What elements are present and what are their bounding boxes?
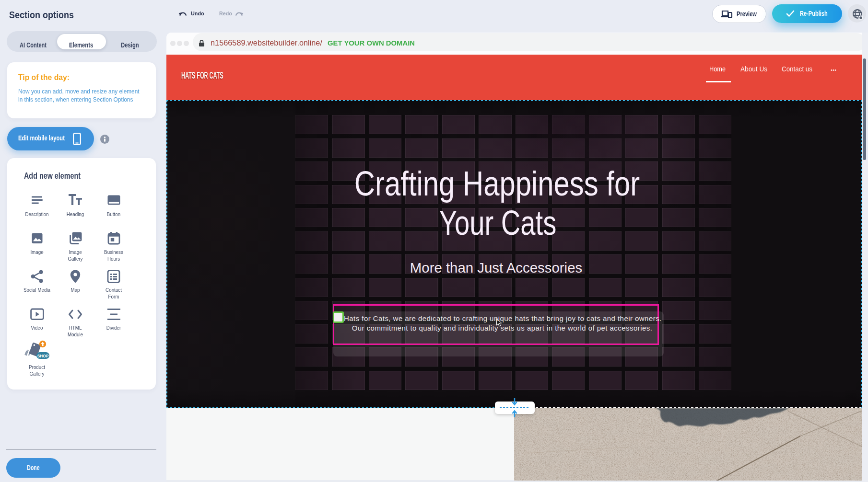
svg-text:SHOP: SHOP [37,354,49,358]
